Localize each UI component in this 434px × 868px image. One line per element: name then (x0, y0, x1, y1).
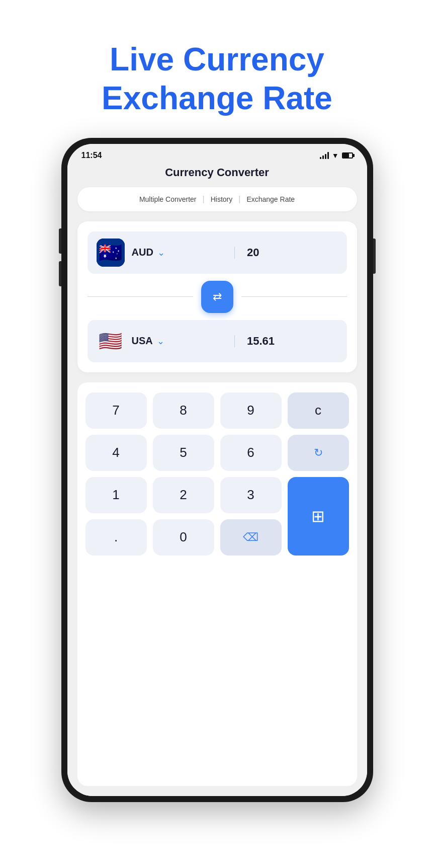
from-currency-code: AUD (132, 247, 153, 258)
aus-flag-icon (97, 239, 125, 267)
numpad-1[interactable]: 1 (85, 477, 147, 513)
from-currency-row[interactable]: AUD ⌄ 20 (88, 231, 347, 274)
from-currency-info: AUD ⌄ (132, 247, 223, 258)
numpad-backspace[interactable]: ⌫ (220, 519, 282, 556)
refresh-icon: ↻ (314, 446, 323, 459)
battery-icon (342, 152, 353, 159)
converter-card: AUD ⌄ 20 ⇄ (77, 221, 357, 372)
numpad-3[interactable]: 3 (220, 477, 282, 513)
to-currency-value[interactable]: 15.61 (247, 335, 338, 348)
status-bar: 11:54 ▼ (67, 144, 367, 164)
numpad-refresh[interactable]: ↻ (288, 435, 349, 471)
wifi-icon: ▼ (332, 151, 339, 160)
tab-history[interactable]: History (205, 193, 239, 205)
to-currency-flag (97, 327, 125, 355)
hero-title-line2: Exchange Rate (102, 79, 332, 118)
swap-line-left (88, 296, 193, 297)
numpad-7[interactable]: 7 (85, 392, 147, 429)
numpad-grid: 7 8 9 c 4 5 6 ↻ 1 2 3 ⊞ (85, 392, 349, 556)
volume-up-button[interactable] (59, 228, 61, 254)
numpad-9[interactable]: 9 (220, 392, 282, 429)
convert-icon: ⊞ (311, 507, 325, 526)
phone-shell: 11:54 ▼ Currency Converter Multiple Conv… (61, 138, 373, 802)
tab-multiple-converter[interactable]: Multiple Converter (133, 193, 203, 205)
numpad-0[interactable]: 0 (153, 519, 214, 556)
numpad-2[interactable]: 2 (153, 477, 214, 513)
status-time: 11:54 (81, 151, 102, 160)
to-currency-divider (234, 335, 235, 347)
usa-flag-icon (97, 327, 125, 355)
numpad-8[interactable]: 8 (153, 392, 214, 429)
from-currency-flag (97, 239, 125, 267)
to-currency-info: USA ⌄ (132, 335, 223, 347)
numpad-6[interactable]: 6 (220, 435, 282, 471)
from-currency-value[interactable]: 20 (247, 246, 338, 259)
signal-icon (320, 152, 329, 159)
numpad-4[interactable]: 4 (85, 435, 147, 471)
phone-screen: 11:54 ▼ Currency Converter Multiple Conv… (67, 144, 367, 796)
hero-title-line1: Live Currency (102, 40, 332, 79)
numpad-clear[interactable]: c (288, 392, 349, 429)
to-currency-chevron-icon[interactable]: ⌄ (157, 336, 164, 347)
power-button[interactable] (373, 239, 376, 274)
backspace-icon: ⌫ (243, 531, 258, 544)
tab-exchange-rate[interactable]: Exchange Rate (240, 193, 301, 205)
numpad-decimal[interactable]: . (85, 519, 147, 556)
swap-line-right (241, 296, 347, 297)
hero-title: Live Currency Exchange Rate (102, 40, 332, 118)
from-currency-divider (234, 247, 235, 259)
numpad-convert[interactable]: ⊞ (288, 477, 349, 556)
numpad-5[interactable]: 5 (153, 435, 214, 471)
swap-icon: ⇄ (213, 290, 222, 303)
app-title: Currency Converter (77, 164, 357, 179)
volume-down-button[interactable] (59, 261, 61, 286)
status-icons: ▼ (320, 151, 353, 160)
tab-bar: Multiple Converter | History | Exchange … (77, 187, 357, 211)
to-currency-row[interactable]: USA ⌄ 15.61 (88, 320, 347, 362)
numpad-card: 7 8 9 c 4 5 6 ↻ 1 2 3 ⊞ (77, 382, 357, 786)
swap-area: ⇄ (88, 281, 347, 313)
app-content: Currency Converter Multiple Converter | … (67, 164, 367, 796)
from-currency-chevron-icon[interactable]: ⌄ (157, 247, 165, 258)
swap-button[interactable]: ⇄ (201, 281, 233, 313)
to-currency-code: USA (132, 335, 153, 347)
